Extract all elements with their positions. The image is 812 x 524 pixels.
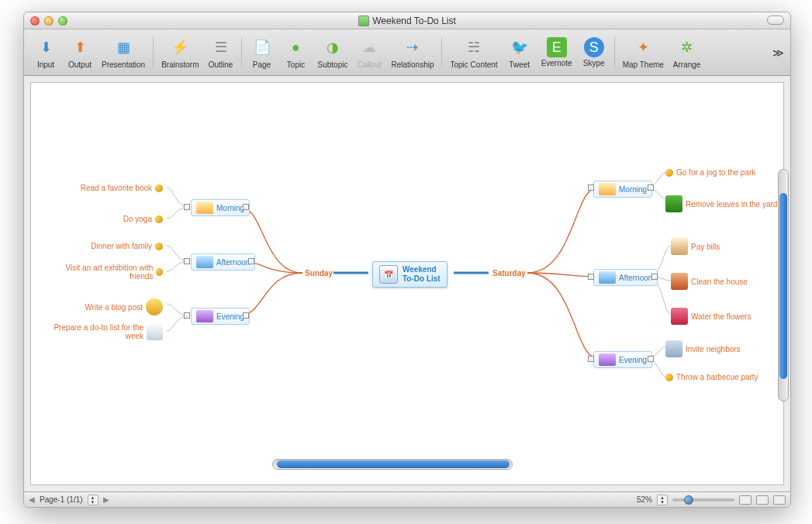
task[interactable]: Go for a jog to the park <box>665 168 755 177</box>
view-mode-1-button[interactable] <box>739 495 752 505</box>
task-bullet-icon <box>155 184 163 192</box>
presentation-icon: ▦ <box>112 36 135 59</box>
vertical-scrollbar[interactable] <box>778 169 789 402</box>
tweet-icon: 🐦 <box>508 36 531 59</box>
expander[interactable]: - <box>588 184 594 191</box>
expander[interactable]: - <box>248 258 254 264</box>
zoom-slider-thumb[interactable] <box>684 495 693 505</box>
toolbar-subtopic[interactable]: ◑ Subtopic <box>313 30 353 75</box>
input-icon: ⬇ <box>34 36 57 59</box>
toolbar-separator <box>153 37 154 68</box>
sun-morning-node[interactable]: Morning <box>191 199 250 216</box>
task[interactable]: Read a favorite book <box>81 184 163 192</box>
titlebar: Weekend To-Do List <box>24 12 790 29</box>
relationship-icon: ⇢ <box>401 36 424 59</box>
morning-icon <box>196 202 213 214</box>
sun-evening-node[interactable]: Evening <box>191 308 250 325</box>
toolbar-skype[interactable]: S Skype <box>577 30 611 75</box>
toolbar-tweet[interactable]: 🐦 Tweet <box>503 30 537 75</box>
expander[interactable]: - <box>184 204 190 210</box>
toolbar-relationship[interactable]: ⇢ Relationship <box>386 30 438 75</box>
task[interactable]: Write a blog post <box>85 298 163 315</box>
expander[interactable]: - <box>184 258 190 264</box>
task[interactable]: Water the flowers <box>671 308 751 325</box>
expander[interactable]: - <box>588 274 594 280</box>
expander[interactable]: - <box>588 356 594 362</box>
sun-afternoon-node[interactable]: Afternoon <box>191 253 255 271</box>
expander[interactable]: - <box>648 356 654 362</box>
task[interactable]: Prepare a do-to list for the week <box>39 323 163 340</box>
task-bullet-icon <box>665 374 673 381</box>
task[interactable]: Dinner with family <box>91 242 163 250</box>
outline-icon: ☰ <box>209 36 233 59</box>
toolbar-topic[interactable]: ● Topic <box>279 30 313 75</box>
page-label: Page-1 (1/1) <box>40 495 83 504</box>
task-bullet-icon <box>155 215 163 223</box>
center-topic-label: Weekend To-Do List <box>403 265 441 284</box>
mindmap-canvas[interactable]: 📅 Weekend To-Do List Saturday Sunday Mor… <box>30 82 784 485</box>
afternoon-icon <box>196 256 213 268</box>
page-icon: 📄 <box>251 36 274 59</box>
task[interactable]: Visit an art exhibition with friends <box>54 264 163 281</box>
day-saturday[interactable]: Saturday <box>492 269 526 278</box>
statusbar: ◀ Page-1 (1/1) ▲▼ ▶ 52% ▲▼ <box>24 491 790 507</box>
toolbar-overflow[interactable]: ≫ <box>770 45 786 60</box>
task[interactable]: Invite neighbors <box>665 340 741 357</box>
toolbar-output[interactable]: ⬆ Output <box>63 30 97 75</box>
toolbar-outline[interactable]: ☰ Outline <box>204 30 238 75</box>
toolbar-separator <box>241 37 242 68</box>
toolbar-evernote[interactable]: E Evernote <box>537 30 577 75</box>
evernote-icon: E <box>547 37 567 57</box>
sat-morning-node[interactable]: Morning <box>593 181 652 198</box>
toolbar-separator <box>614 37 615 68</box>
zoom-slider[interactable] <box>672 498 734 502</box>
toolbar-brainstorm[interactable]: ⚡ Brainstorm <box>157 30 203 75</box>
toolbar-topic-content[interactable]: ☵ Topic Content <box>445 30 502 75</box>
center-topic[interactable]: 📅 Weekend To-Do List <box>372 261 447 288</box>
toolbar-arrange[interactable]: ✲ Arrange <box>669 30 706 75</box>
expander[interactable]: - <box>648 184 654 191</box>
phone-icon <box>665 340 682 357</box>
topic-icon: ● <box>285 36 308 59</box>
prev-page-button[interactable]: ◀ <box>29 495 35 504</box>
expander[interactable]: - <box>651 274 658 280</box>
sat-afternoon-node[interactable]: Afternoon <box>593 269 658 286</box>
bills-icon <box>671 238 688 255</box>
horizontal-scrollbar-thumb[interactable] <box>277 460 510 468</box>
next-page-button[interactable]: ▶ <box>103 495 109 504</box>
document-icon <box>358 16 369 26</box>
task[interactable]: Clean the house <box>671 273 748 290</box>
expander[interactable]: - <box>243 312 249 319</box>
pill-button[interactable] <box>767 16 784 25</box>
toolbar-presentation[interactable]: ▦ Presentation <box>97 30 150 75</box>
toolbar-input[interactable]: ⬇ Input <box>29 30 63 75</box>
zoom-stepper[interactable]: ▲▼ <box>657 495 668 505</box>
leaf-icon <box>665 195 682 212</box>
task-bullet-icon <box>155 243 163 250</box>
expander[interactable]: - <box>184 312 190 319</box>
toolbar-callout[interactable]: ☁ Callout <box>352 30 386 75</box>
vertical-scrollbar-thumb[interactable] <box>779 193 787 379</box>
task[interactable]: Remove leaves in the yard <box>665 195 777 212</box>
arrange-icon: ✲ <box>676 36 699 59</box>
day-sunday[interactable]: Sunday <box>305 269 333 278</box>
task[interactable]: Throw a barbecue party <box>665 373 758 381</box>
skype-icon: S <box>584 37 604 57</box>
subtopic-icon: ◑ <box>321 36 344 59</box>
view-mode-2-button[interactable] <box>756 495 769 505</box>
task[interactable]: Pay bills <box>671 238 720 255</box>
toolbar: ⬇ Input ⬆ Output ▦ Presentation ⚡ Brains… <box>24 29 790 76</box>
horizontal-scrollbar[interactable] <box>272 459 513 470</box>
output-icon: ⬆ <box>68 36 92 59</box>
sat-evening-node[interactable]: Evening <box>593 351 652 368</box>
house-icon <box>671 273 688 290</box>
page-stepper[interactable]: ▲▼ <box>88 495 98 505</box>
expander[interactable]: - <box>243 204 249 210</box>
view-mode-3-button[interactable] <box>773 495 786 505</box>
toolbar-separator <box>441 37 442 68</box>
map-theme-icon: ✦ <box>631 36 655 59</box>
toolbar-page[interactable]: 📄 Page <box>245 30 279 75</box>
toolbar-map-theme[interactable]: ✦ Map Theme <box>618 30 669 75</box>
calendar-icon: 📅 <box>379 265 398 284</box>
task[interactable]: Do yoga <box>123 215 163 223</box>
